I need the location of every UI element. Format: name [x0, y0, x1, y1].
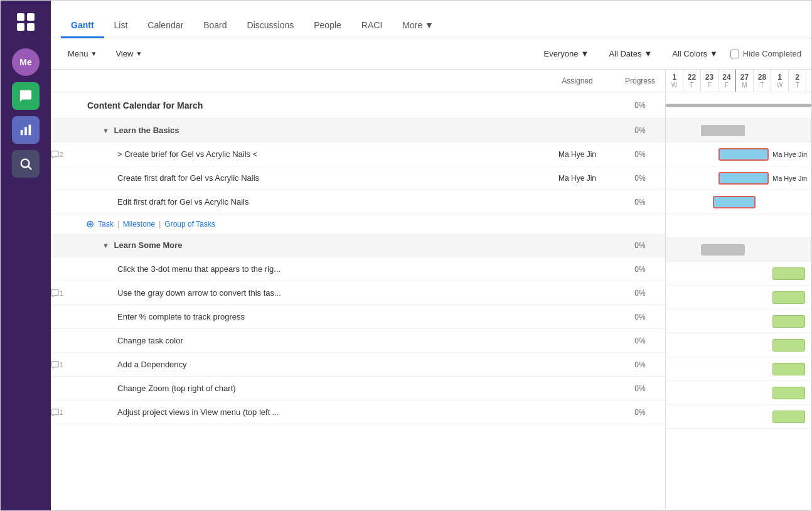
group-row-more: ▼ Learn Some More 0%	[51, 234, 665, 257]
chat-icon[interactable]	[12, 82, 40, 110]
task7-progress: 0%	[615, 336, 665, 345]
tab-gantt[interactable]: Gantt	[61, 14, 104, 38]
everyone-filter[interactable]: Everyone ▼	[537, 45, 597, 62]
svg-rect-6	[29, 125, 31, 136]
add-group-link[interactable]: Group of Tasks	[164, 220, 215, 229]
task8-name: Add a Dependency	[82, 356, 540, 373]
avatar[interactable]: Me	[12, 48, 40, 76]
comment-badge-8: 1	[51, 360, 82, 368]
all-colors-label: All Colors	[672, 49, 707, 58]
gantt-project-row	[666, 92, 811, 119]
task3-gantt-bar	[713, 196, 756, 208]
add-task-link[interactable]: Task	[98, 220, 114, 229]
add-row: ⊕ Task | Milestone | Group of Tasks	[51, 214, 665, 234]
gantt-gtask7-row	[666, 405, 811, 429]
all-dates-arrow-icon: ▼	[644, 49, 652, 58]
svg-line-8	[28, 166, 31, 169]
task1-name: > Create brief for Gel vs Acrylic Nails …	[82, 146, 540, 163]
gtask6-bar	[772, 387, 805, 399]
comment-icon-8	[51, 360, 59, 368]
gtask5-bar	[772, 363, 805, 375]
add-plus-icon[interactable]: ⊕	[86, 218, 94, 230]
sidebar-logo	[12, 8, 40, 36]
group2-arrow-icon: ▼	[102, 242, 109, 249]
comment-count-10: 1	[60, 409, 63, 416]
hide-completed-checkbox[interactable]	[730, 50, 739, 58]
svg-rect-2	[17, 23, 24, 31]
grid-icon	[16, 12, 36, 32]
svg-rect-1	[27, 13, 35, 21]
task4-progress: 0%	[615, 265, 665, 274]
chart-icon[interactable]	[12, 116, 40, 144]
add-sep-2: |	[159, 220, 161, 229]
gantt-day-2: 2 T	[789, 70, 806, 92]
task4-name: Click the 3-dot menu that appears to the…	[82, 261, 540, 277]
gtask2-bar	[772, 291, 805, 304]
gantt-gtask6-row	[666, 381, 811, 405]
menu-button[interactable]: Menu ▼	[61, 45, 104, 63]
task1-progress: 0%	[615, 150, 665, 159]
task3-progress: 0%	[615, 198, 665, 207]
tab-board[interactable]: Board	[193, 14, 237, 38]
task10-progress: 0%	[615, 408, 665, 417]
task-row-1: 2 > Create brief for Gel vs Acrylic Nail…	[51, 143, 665, 166]
gantt-chart-pane: 1 W 22 T 23 F 24 F	[666, 70, 811, 510]
gantt-header: 1 W 22 T 23 F 24 F	[666, 70, 811, 92]
tab-discussions[interactable]: Discussions	[237, 14, 304, 38]
content-area: Assigned Progress Content Calendar for M…	[51, 70, 811, 510]
view-label: View	[115, 49, 133, 58]
tab-calendar[interactable]: Calendar	[137, 14, 193, 38]
all-colors-filter[interactable]: All Colors ▼	[665, 45, 725, 62]
task10-comment: 1	[51, 408, 82, 416]
gantt-day-28: 28 T	[754, 70, 771, 92]
gantt-day-22: 22 T	[683, 70, 701, 92]
task2-progress: 0%	[615, 174, 665, 183]
gtask3-bar	[772, 315, 805, 328]
tab-list[interactable]: List	[104, 14, 138, 38]
group2-gantt-bar	[701, 244, 745, 255]
svg-rect-4	[21, 130, 23, 135]
task8-progress: 0%	[615, 360, 665, 369]
toolbar: Menu ▼ View ▼ Everyone ▼ All Dates ▼ All…	[51, 38, 811, 70]
gantt-task1-row: Ma Hye Jin	[666, 143, 811, 166]
project-progress: 0%	[615, 101, 665, 110]
all-dates-label: All Dates	[609, 49, 641, 58]
tab-people[interactable]: People	[304, 14, 351, 38]
menu-label: Menu	[68, 49, 88, 58]
all-dates-filter[interactable]: All Dates ▼	[601, 45, 660, 62]
group2-name: ▼ Learn Some More	[82, 237, 540, 254]
everyone-label: Everyone	[544, 49, 579, 58]
task-row-10: 1 Adjust project views in View menu (top…	[51, 401, 665, 424]
svg-rect-0	[17, 13, 24, 21]
gantt-gtask4-row	[666, 333, 811, 357]
search-icon[interactable]	[12, 150, 40, 178]
add-sep-1: |	[117, 220, 119, 229]
task1-assigned: Ma Hye Jin	[540, 150, 615, 159]
comment-icon-10	[51, 408, 59, 416]
task2-assigned: Ma Hye Jin	[540, 174, 615, 183]
comment-icon	[51, 150, 59, 158]
svg-rect-5	[24, 127, 27, 135]
tab-more[interactable]: More ▼	[392, 14, 444, 38]
add-milestone-link[interactable]: Milestone	[123, 220, 155, 229]
task10-name: Adjust project views in View menu (top l…	[82, 404, 540, 421]
view-button[interactable]: View ▼	[109, 45, 149, 63]
project-gantt-bar	[666, 104, 811, 107]
tab-raci[interactable]: RACI	[351, 14, 392, 38]
hide-completed-label: Hide Completed	[743, 49, 801, 58]
gantt-gtask5-row	[666, 357, 811, 381]
gtask1-bar	[772, 267, 805, 280]
task1-bar-label: Ma Hye Jin	[772, 151, 807, 158]
chat-bubble-icon	[19, 89, 33, 103]
task-row-2: Create first draft for Gel vs Acrylic Na…	[51, 166, 665, 190]
task5-progress: 0%	[615, 289, 665, 298]
comment-icon-5	[51, 289, 59, 297]
hide-completed-control[interactable]: Hide Completed	[730, 49, 801, 58]
task5-comment: 1	[51, 289, 82, 297]
gantt-gtask2-row	[666, 286, 811, 309]
group1-arrow-icon: ▼	[102, 127, 109, 134]
group2-progress: 0%	[615, 241, 665, 250]
group1-gantt-bar	[701, 125, 745, 136]
svg-point-7	[21, 159, 29, 168]
gantt-day-27: 27 M	[736, 70, 754, 92]
